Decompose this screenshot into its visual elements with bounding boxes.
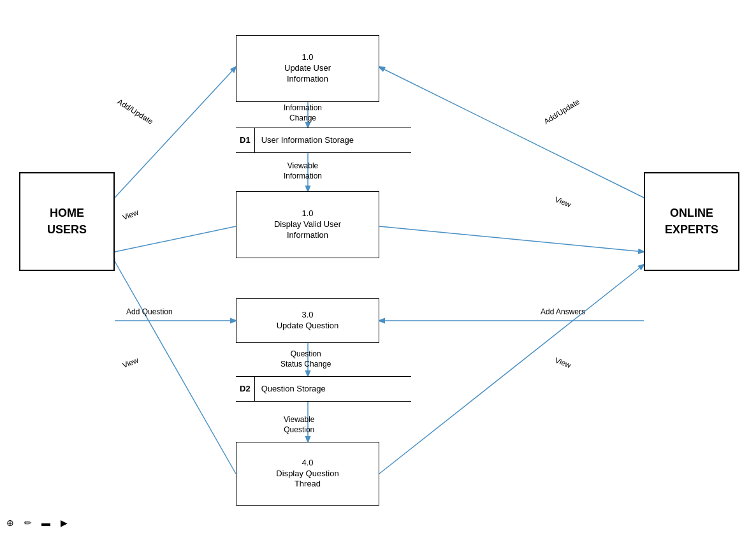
flow-add-answers: Add Answers [541, 307, 585, 318]
process-display-question-label: 4.0Display QuestionThread [276, 458, 338, 490]
datastore-d1: D1 User Information Storage [236, 128, 411, 153]
toolbar-btn-4[interactable]: ▶ [56, 515, 71, 530]
home-users-label: HOME USERS [47, 205, 87, 237]
datastore-d1-id: D1 [236, 128, 255, 152]
flow-info-change: InformationChange [284, 103, 322, 123]
process-display-user: 1.0Display Valid UserInformation [236, 191, 379, 258]
svg-line-11 [379, 265, 644, 474]
process-display-user-label: 1.0Display Valid UserInformation [274, 208, 341, 241]
process-update-user-label: 1.0Update UserInformation [284, 52, 331, 85]
toolbar-btn-3[interactable]: ▬ [38, 515, 54, 530]
flow-question-status: QuestionStatus Change [280, 349, 331, 369]
diagram-container: HOME USERS ONLINE EXPERTS 1.0Update User… [0, 0, 756, 533]
process-update-question-label: 3.0Update Question [277, 310, 339, 332]
home-users-entity: HOME USERS [19, 172, 115, 271]
datastore-d2: D2 Question Storage [236, 376, 411, 402]
svg-line-0 [115, 67, 236, 198]
process-update-question: 3.0Update Question [236, 298, 379, 343]
toolbar: ⊕ ✏ ▬ ▶ [0, 513, 74, 533]
toolbar-btn-2[interactable]: ✏ [20, 515, 36, 530]
process-display-question: 4.0Display QuestionThread [236, 442, 379, 506]
process-update-user: 1.0Update UserInformation [236, 35, 379, 102]
toolbar-btn-1[interactable]: ⊕ [3, 515, 18, 530]
datastore-d2-text: Question Storage [255, 384, 332, 395]
online-experts-label: ONLINE EXPERTS [665, 205, 718, 237]
svg-line-1 [115, 226, 236, 252]
datastore-d2-id: D2 [236, 377, 255, 401]
flow-viewable-question: ViewableQuestion [284, 415, 314, 435]
svg-line-8 [379, 67, 644, 198]
online-experts-entity: ONLINE EXPERTS [644, 172, 739, 271]
svg-line-9 [379, 226, 644, 252]
flow-viewable-info: ViewableInformation [284, 161, 322, 181]
flow-add-question: Add Question [126, 307, 173, 318]
datastore-d1-text: User Information Storage [255, 135, 360, 146]
